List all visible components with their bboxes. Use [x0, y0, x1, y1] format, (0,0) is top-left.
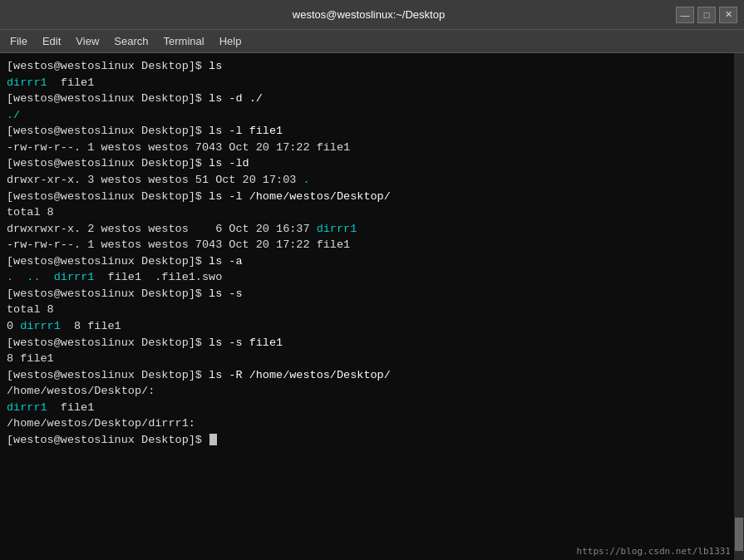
menu-file[interactable]: File [3, 33, 34, 49]
terminal-line: [westos@westoslinux Desktop]$ ls -s [7, 286, 737, 302]
terminal-line: -rw-rw-r--. 1 westos westos 7043 Oct 20 … [7, 140, 737, 156]
terminal-line: ./ [7, 107, 737, 124]
menu-bar: File Edit View Search Terminal Help [0, 30, 744, 53]
terminal-line: [westos@westoslinux Desktop]$ ls -d ./ [7, 91, 737, 107]
minimize-button[interactable]: — [676, 7, 694, 23]
terminal-line: [westos@westoslinux Desktop]$ ls [7, 58, 737, 75]
menu-terminal[interactable]: Terminal [157, 33, 211, 49]
terminal-area[interactable]: [westos@westoslinux Desktop]$ lsdirrr1 f… [0, 53, 744, 560]
terminal-line: 8 file1 [7, 351, 737, 367]
terminal-line: total 8 [7, 204, 737, 221]
terminal-line: 0 dirrr1 8 file1 [7, 318, 737, 335]
scrollbar[interactable] [734, 53, 744, 560]
terminal-line: . .. dirrr1 file1 .file1.swo [7, 269, 737, 286]
terminal-line: [westos@westoslinux Desktop]$ ls -l file… [7, 123, 737, 140]
scroll-thumb[interactable] [735, 518, 743, 551]
url-label: https://blog.csdn.net/lb1331 [577, 546, 731, 557]
terminal-line: /home/westos/Desktop/: [7, 383, 737, 400]
terminal-line: dirrr1 file1 [7, 75, 737, 91]
terminal-line: drwxrwxr-x. 2 westos westos 6 Oct 20 16:… [7, 221, 737, 238]
maximize-button[interactable]: □ [697, 7, 716, 23]
terminal-line: /home/westos/Desktop/dirrr1: [7, 415, 737, 432]
terminal-cursor [209, 434, 217, 445]
menu-view[interactable]: View [69, 33, 106, 49]
title-bar-title: westos@westoslinux:~/Desktop [62, 8, 676, 21]
title-bar-controls: — □ ✕ [676, 7, 737, 23]
terminal-line: [westos@westoslinux Desktop]$ ls -R /hom… [7, 367, 737, 384]
terminal-line: [westos@westoslinux Desktop]$ ls -l /hom… [7, 189, 737, 205]
terminal-line: [westos@westoslinux Desktop]$ ls -ld [7, 155, 737, 172]
terminal-line: [westos@westoslinux Desktop]$ [7, 432, 737, 449]
menu-edit[interactable]: Edit [36, 33, 67, 49]
terminal-line: dirrr1 file1 [7, 400, 737, 416]
terminal-line: [westos@westoslinux Desktop]$ ls -s file… [7, 335, 737, 351]
menu-search[interactable]: Search [107, 33, 155, 49]
close-button[interactable]: ✕ [719, 7, 737, 23]
menu-help[interactable]: Help [213, 33, 249, 49]
terminal-line: [westos@westoslinux Desktop]$ ls -a [7, 253, 737, 270]
terminal-line: total 8 [7, 302, 737, 318]
terminal-line: -rw-rw-r--. 1 westos westos 7043 Oct 20 … [7, 237, 737, 253]
title-bar: westos@westoslinux:~/Desktop — □ ✕ [0, 0, 744, 30]
terminal-line: drwxr-xr-x. 3 westos westos 51 Oct 20 17… [7, 172, 737, 189]
